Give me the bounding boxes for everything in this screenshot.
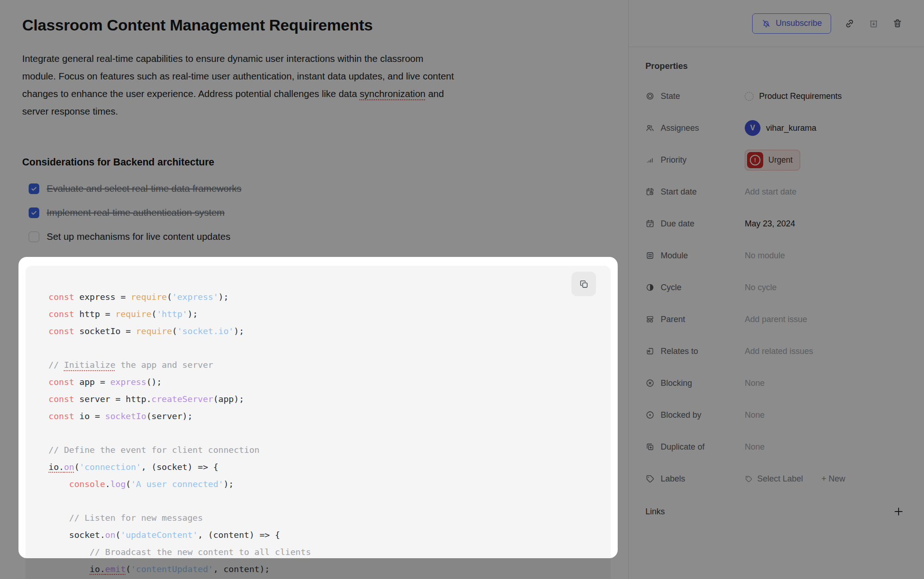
property-label-text: Cycle <box>661 283 681 293</box>
property-label-text: State <box>661 91 680 101</box>
copy-code-button[interactable] <box>571 272 596 296</box>
start-date-icon <box>645 187 655 196</box>
property-row-priority: Priority!Urgent <box>645 150 905 170</box>
property-label-cycle: Cycle <box>645 283 745 293</box>
property-row-module: ModuleNo module <box>645 245 905 266</box>
property-value-text: No module <box>745 251 785 261</box>
description-line: module. Focus on features such as real-t… <box>22 67 610 85</box>
property-value-relates-to[interactable]: Add related issues <box>745 347 813 356</box>
checklist-label: Evaluate and select real-time data frame… <box>47 183 242 194</box>
property-row-due-date: Due dateMay 23, 2024 <box>645 213 905 234</box>
property-label-priority: Priority <box>645 155 745 165</box>
property-value-state[interactable]: Product Requirements <box>745 91 842 101</box>
code-line <box>49 425 592 442</box>
property-value-assignees[interactable]: Vvihar_kurama <box>745 120 816 136</box>
due-date-icon <box>645 219 655 228</box>
property-value-module[interactable]: No module <box>745 251 785 261</box>
property-value-start-date[interactable]: Add start date <box>745 187 796 197</box>
code-line: const socketIo = require('socket.io'); <box>49 323 592 340</box>
relates-to-icon <box>645 347 655 356</box>
property-label-text: Labels <box>661 474 685 484</box>
code-line: io.on('connection', (socket) => { <box>49 459 592 476</box>
text-segment: server response times. <box>22 106 118 116</box>
issue-sidebar: Unsubscribe <box>628 0 924 579</box>
checkbox[interactable] <box>29 183 39 194</box>
archive-button[interactable] <box>868 18 879 29</box>
code-line: const express = require('express'); <box>49 289 592 306</box>
copy-link-button[interactable] <box>844 18 855 29</box>
priority-badge[interactable]: !Urgent <box>745 150 800 171</box>
property-label-blocked-by: Blocked by <box>645 410 745 420</box>
checkbox[interactable] <box>29 232 39 242</box>
unsubscribe-button[interactable]: Unsubscribe <box>752 13 831 34</box>
property-label-text: Due date <box>661 219 694 229</box>
description-line: Integrate general real-time capabilities… <box>22 50 610 67</box>
code-line <box>49 493 592 510</box>
section-heading: Considerations for Backend architecture <box>22 156 610 168</box>
code-line: // Broadcast the new content to all clie… <box>49 544 592 561</box>
duplicate-icon <box>645 442 655 451</box>
code-line: const app = express(); <box>49 374 592 391</box>
sidebar-action-bar: Unsubscribe <box>629 0 924 47</box>
property-row-blocking: BlockingNone <box>645 373 905 393</box>
property-value-text: None <box>745 442 765 452</box>
property-row-relates-to: Relates toAdd related issues <box>645 341 905 361</box>
code-line: const http = require('http'); <box>49 306 592 323</box>
properties-panel: Properties StateProduct RequirementsAssi… <box>629 47 924 518</box>
assignee-name: vihar_kurama <box>766 123 816 133</box>
property-label-text: Duplicate of <box>661 442 705 452</box>
description-line: changes to enhance the user experience. … <box>22 85 610 103</box>
links-title: Links <box>645 507 665 517</box>
property-value-text: Add related issues <box>745 347 813 356</box>
property-value-duplicate-of[interactable]: None <box>745 442 765 452</box>
checklist: Evaluate and select real-time data frame… <box>29 179 610 246</box>
property-value-blocked-by[interactable]: None <box>745 410 765 420</box>
check-icon <box>30 209 37 216</box>
property-label-text: Blocked by <box>661 410 701 420</box>
property-label-duplicate-of: Duplicate of <box>645 442 745 452</box>
property-value-text: Add start date <box>745 187 796 197</box>
checklist-item: Implement real-time authentication syste… <box>29 203 610 222</box>
property-value-due-date[interactable]: May 23, 2024 <box>745 219 795 229</box>
property-label-module: Module <box>645 251 745 261</box>
checklist-label: Set up mechanisms for live content updat… <box>47 231 231 242</box>
code-line <box>49 340 592 357</box>
code-line: io.emit('contentUpdated', content); <box>49 561 592 578</box>
delete-button[interactable] <box>892 18 903 29</box>
property-value-blocking[interactable]: None <box>745 378 765 388</box>
link-icon <box>844 18 855 29</box>
bell-off-icon <box>761 18 771 28</box>
new-label-button[interactable]: + New <box>821 474 845 484</box>
tag-small-icon <box>745 475 753 483</box>
state-value-text: Product Requirements <box>759 91 842 101</box>
property-value-cycle[interactable]: No cycle <box>745 283 777 293</box>
property-label-relates-to: Relates to <box>645 347 745 356</box>
checklist-item: Set up mechanisms for live content updat… <box>29 227 610 246</box>
state-icon <box>645 91 655 101</box>
select-label-button[interactable]: Select Label <box>745 474 803 484</box>
priority-value-text: Urgent <box>768 155 793 165</box>
property-value-labels[interactable]: Select Label+ New <box>745 474 845 484</box>
assignees-icon <box>645 123 655 133</box>
trash-icon <box>892 18 903 29</box>
issue-main-panel: Classroom Content Management Requirement… <box>0 0 628 579</box>
labels-icon <box>645 474 655 483</box>
property-row-assignees: AssigneesVvihar_kurama <box>645 118 905 138</box>
checkbox[interactable] <box>29 207 39 218</box>
property-value-priority[interactable]: !Urgent <box>745 150 800 171</box>
cycle-icon <box>645 283 655 292</box>
property-row-labels: LabelsSelect Label+ New <box>645 469 905 489</box>
issue-detail-page: Classroom Content Management Requirement… <box>0 0 924 579</box>
code-line: socket.on('updateContent', (content) => … <box>49 527 592 544</box>
text-segment: and <box>426 88 444 99</box>
property-value-parent[interactable]: Add parent issue <box>745 315 807 324</box>
issue-description: Integrate general real-time capabilities… <box>22 50 610 120</box>
priority-icon <box>645 155 655 165</box>
add-link-button[interactable] <box>893 506 905 518</box>
property-row-parent: ParentAdd parent issue <box>645 309 905 329</box>
unsubscribe-label: Unsubscribe <box>776 18 822 28</box>
code-block: const express = require('express');const… <box>25 266 611 579</box>
description-line: server response times. <box>22 103 610 120</box>
misspelled-word: synchronization <box>360 88 426 99</box>
property-label-text: Blocking <box>661 378 692 388</box>
